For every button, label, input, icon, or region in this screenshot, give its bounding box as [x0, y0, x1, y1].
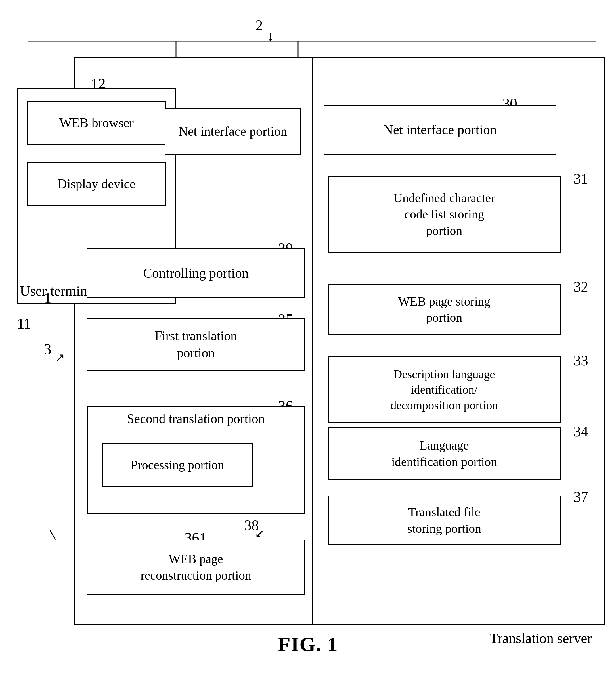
- ref-33: 33: [574, 352, 588, 369]
- web-browser-box: WEB browser: [27, 101, 166, 145]
- ref-11: 11: [17, 315, 31, 332]
- svg-line-22: [50, 529, 55, 540]
- web-page-recon-box: WEB page reconstruction portion: [87, 540, 305, 595]
- web-page-storing-box: WEB page storing portion: [328, 284, 561, 335]
- net-interface-right-box: Net interface portion: [323, 105, 556, 155]
- display-device-box: Display device: [27, 162, 166, 206]
- controlling-box: Controlling portion: [87, 249, 305, 298]
- ref-3-arrow: ↗: [55, 351, 65, 364]
- ref-2: 2: [255, 17, 263, 34]
- divider-vertical: [312, 57, 313, 625]
- ref-3: 3: [44, 341, 52, 358]
- ref-34: 34: [574, 423, 588, 440]
- ref-2-arrow: ↓: [267, 28, 274, 44]
- ref-12-line: [102, 84, 102, 102]
- ref-31: 31: [574, 170, 588, 187]
- processing-box: Processing portion: [102, 443, 253, 487]
- ref-32: 32: [574, 278, 588, 295]
- ref-37: 37: [574, 488, 588, 505]
- ref-1: 1: [44, 290, 52, 306]
- fig-label: FIG. 1: [278, 633, 338, 656]
- translation-server-label: Translation server: [489, 630, 592, 646]
- ref-12: 12: [91, 75, 106, 92]
- second-translation-label: Second translation portion: [97, 410, 295, 427]
- translated-file-box: Translated file storing portion: [328, 495, 561, 545]
- net-interface-box: Net interface portion: [165, 108, 301, 155]
- lang-id-box: Language identification portion: [328, 427, 561, 480]
- ref-38-arrow: ↙: [255, 527, 265, 540]
- diagram-container: 2 ↓ User terminal WEB browser Display de…: [0, 0, 616, 679]
- user-terminal-label: User terminal: [20, 283, 98, 299]
- undefined-char-box: Undefined character code list storing po…: [328, 176, 561, 253]
- first-translation-box: First translation portion: [87, 318, 305, 370]
- desc-lang-box: Description language identification/ dec…: [328, 356, 561, 423]
